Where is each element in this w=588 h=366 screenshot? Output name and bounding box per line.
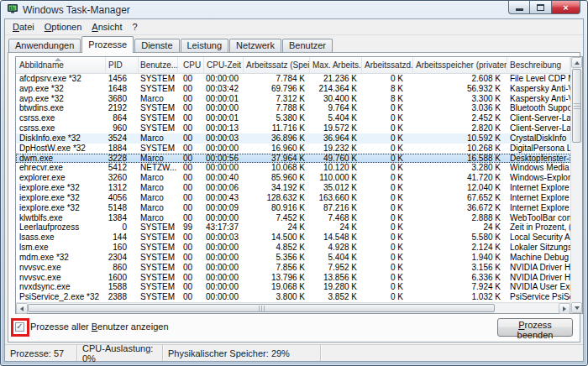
- menu-item[interactable]: Optionen: [39, 20, 87, 34]
- table-row[interactable]: Leerlaufprozess 0 SYSTEM 99 43:17:37 24 …: [16, 222, 570, 233]
- vertical-scroll-thumb[interactable]: [572, 69, 581, 143]
- tab[interactable]: Benutzer: [282, 39, 333, 52]
- cell-arbeitssatzdelta: 0 K: [362, 243, 413, 253]
- table-row[interactable]: avp.exe *32 3680 Marco 00 00:00:01 7.312…: [16, 94, 570, 104]
- cell-cpu-zeit: 00:00:00: [204, 292, 244, 302]
- column-header-cpu-zeit[interactable]: CPU-Zeit: [204, 57, 244, 74]
- table-row[interactable]: klwtblfs.exe 1384 Marco 00 00:00:00 7.45…: [16, 213, 570, 223]
- column-header-arbeitssatz[interactable]: Arbeitssatz (Speic...: [244, 57, 310, 74]
- column-header-arbeitsspeicher[interactable]: Arbeitsspeicher (privater Arb...: [413, 57, 507, 74]
- table-row[interactable]: explorer.exe 3260 Marco 00 00:00:40 85.9…: [16, 173, 570, 183]
- horizontal-scroll-track[interactable]: [28, 303, 559, 313]
- cell-abbildname: dwm.exe: [16, 154, 106, 164]
- column-header-pid[interactable]: PID: [106, 57, 139, 74]
- scroll-left-button[interactable]: [16, 303, 28, 314]
- cell-benutzername: Marco: [139, 173, 178, 183]
- tab[interactable]: Prozesse: [81, 36, 134, 53]
- table-row[interactable]: iexplore.exe *32 5148 Marco 00 00:00:09 …: [16, 203, 570, 213]
- cell-max-arbeitssatz: 35.012 K: [310, 183, 362, 193]
- cell-arbeitssatzdelta: 0 K: [362, 133, 413, 144]
- cell-cpu-zeit: 00:03:42: [204, 84, 244, 94]
- cell-arbeitssatz: 4.852 K: [244, 243, 310, 253]
- column-header-arbeitssatzdelta[interactable]: Arbeitssatzd...: [362, 57, 413, 74]
- cell-arbeitssatzdelta: 0 K: [362, 123, 413, 133]
- cell-arbeitssatz: 34.192 K: [244, 183, 310, 193]
- cell-beschreibung: Lokaler Sitzungs: [507, 243, 570, 253]
- table-row[interactable]: DpHostW.exe *32 1884 SYSTEM 00 00:00:00 …: [16, 144, 570, 154]
- minimize-icon: [516, 8, 523, 11]
- cell-arbeitsspeicher: 2.124 K: [413, 243, 507, 253]
- table-row[interactable]: lsass.exe 144 SYSTEM 00 00:00:03 14.500 …: [16, 233, 570, 243]
- scroll-right-button[interactable]: [559, 303, 570, 314]
- table-row[interactable]: lsm.exe 160 SYSTEM 00 00:00:00 4.852 K 4…: [16, 243, 570, 253]
- column-header-cpu[interactable]: CPU: [178, 57, 204, 74]
- cell-arbeitsspeicher: 3.156 K: [413, 263, 507, 273]
- table-row[interactable]: nvvsvc.exe 1600 SYSTEM 00 00:00:00 13.79…: [16, 273, 570, 283]
- scroll-down-button[interactable]: [571, 302, 582, 313]
- menu-item[interactable]: ?: [127, 20, 142, 34]
- arrow-left-icon: [20, 306, 24, 311]
- close-button[interactable]: ×: [552, 1, 580, 14]
- cell-cpu-zeit: 00:00:06: [204, 183, 244, 193]
- tab[interactable]: Netzwerk: [229, 39, 281, 52]
- tab[interactable]: Dienste: [134, 39, 179, 52]
- client-area: Datei Optionen Ansicht ? Anwendungen Pro…: [4, 18, 584, 362]
- cell-arbeitsspeicher: 12.040 K: [413, 183, 507, 193]
- scroll-up-button[interactable]: [571, 57, 582, 68]
- titlebar[interactable]: Windows Task-Manager ×: [1, 1, 587, 18]
- vertical-scroll-track[interactable]: [571, 68, 582, 302]
- end-process-button[interactable]: Prozess beenden: [497, 318, 573, 337]
- cell-pid: 1384: [106, 213, 139, 223]
- cell-pid: 3680: [106, 94, 139, 104]
- table-row[interactable]: nvvsvc.exe 860 SYSTEM 00 00:00:00 7.856 …: [16, 263, 570, 273]
- table-row[interactable]: avp.exe *32 1648 SYSTEM 00 00:03:42 69.7…: [16, 84, 570, 94]
- column-header-benutzername[interactable]: Benutze...: [139, 57, 178, 74]
- table-row[interactable]: dwm.exe 3228 Marco 00 00:00:56 37.964 K …: [16, 154, 570, 164]
- table-row[interactable]: csrss.exe 864 SYSTEM 00 00:00:01 5.380 K…: [16, 113, 570, 123]
- vertical-scrollbar[interactable]: [570, 57, 582, 313]
- cell-arbeitssatzdelta: 0 K: [362, 193, 413, 203]
- table-row[interactable]: nvxdsync.exe 1588 SYSTEM 00 00:00:00 19.…: [16, 282, 570, 292]
- table-row[interactable]: PsiService_2.exe *32 2388 SYSTEM 00 00:0…: [16, 292, 570, 302]
- processes-tab-page: Abbildname PID Benutze... CPU CPU-Zeit A…: [8, 52, 580, 342]
- maximize-button[interactable]: [530, 1, 552, 14]
- cell-beschreibung: Kaspersky Anti-V: [507, 94, 570, 104]
- status-processes: Prozesse: 57: [5, 345, 77, 361]
- status-filler: [321, 345, 583, 361]
- horizontal-scrollbar[interactable]: [16, 302, 570, 313]
- cell-arbeitssatzdelta: 0 K: [362, 144, 413, 154]
- cell-beschreibung: Client-Server-La: [507, 123, 570, 133]
- table-row[interactable]: btwdins.exe 2192 SYSTEM 00 00:00:00 7.78…: [16, 103, 570, 113]
- show-all-users-checkbox[interactable]: ✓: [15, 322, 24, 332]
- cell-max-arbeitssatz: 36.964 K: [310, 133, 362, 144]
- cell-pid: 2192: [106, 103, 139, 113]
- maximize-icon: [537, 4, 544, 11]
- cell-benutzername: Marco: [139, 213, 178, 223]
- menu-item[interactable]: Ansicht: [87, 20, 127, 34]
- cell-benutzername: SYSTEM: [139, 113, 178, 123]
- cell-max-arbeitssatz: 4.928 K: [310, 243, 362, 253]
- tab[interactable]: Anwendungen: [8, 39, 81, 52]
- cell-benutzername: SYSTEM: [139, 253, 178, 263]
- tab[interactable]: Leistung: [181, 39, 229, 52]
- cell-beschreibung: NVIDIA Driver H: [507, 263, 570, 273]
- table-row[interactable]: iexplore.exe *32 1312 Marco 00 00:00:06 …: [16, 183, 570, 193]
- horizontal-scroll-thumb[interactable]: [28, 304, 495, 312]
- menu-item[interactable]: Datei: [8, 20, 39, 34]
- column-header-max-arbeitssatz[interactable]: Max. Arbeits...: [310, 57, 362, 74]
- cell-cpu-zeit: 43:17:37: [204, 222, 244, 233]
- table-row[interactable]: csrss.exe 960 SYSTEM 00 00:00:13 11.716 …: [16, 123, 570, 133]
- table-row[interactable]: mdm.exe *32 2304 SYSTEM 00 00:00:00 5.35…: [16, 253, 570, 263]
- cell-abbildname: nvxdsync.exe: [16, 282, 106, 292]
- cell-arbeitssatz: 10.068 K: [244, 163, 310, 173]
- table-row[interactable]: ehrecvr.exe 5412 NETZW... 00 00:00:00 10…: [16, 163, 570, 173]
- column-header-beschreibung[interactable]: Beschreibung: [507, 57, 570, 74]
- cell-pid: 3228: [106, 154, 139, 164]
- table-row[interactable]: afcdpsrv.exe *32 1456 SYSTEM 00 00:00:00…: [16, 74, 570, 84]
- column-header-abbildname[interactable]: Abbildname: [16, 57, 106, 74]
- minimize-button[interactable]: [508, 1, 530, 14]
- table-row[interactable]: DiskInfo.exe *32 3524 Marco 00 00:00:03 …: [16, 133, 570, 144]
- cell-pid: 5148: [106, 203, 139, 213]
- cell-arbeitssatz: 7.312 K: [244, 94, 310, 104]
- table-row[interactable]: iexplore.exe *32 4056 Marco 00 00:00:43 …: [16, 193, 570, 203]
